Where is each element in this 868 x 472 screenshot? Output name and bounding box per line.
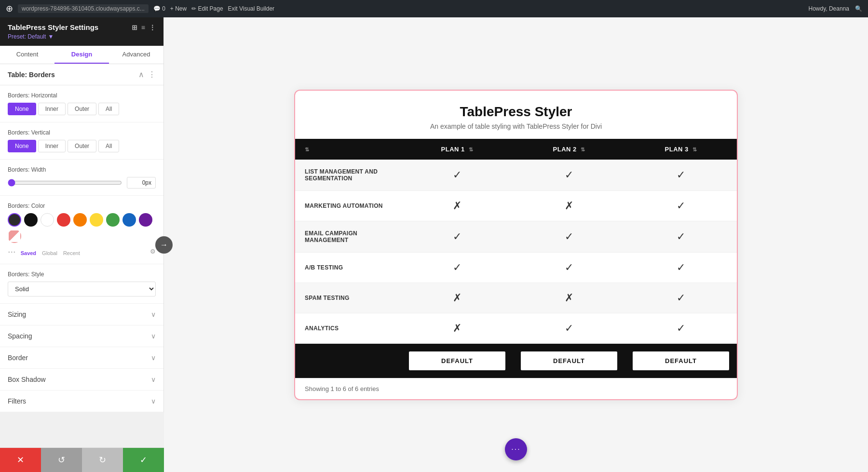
borders-horizontal-options: None Inner Outer All xyxy=(8,103,156,115)
more-options-icon[interactable]: ⋮ xyxy=(149,24,156,31)
border-h-inner[interactable]: Inner xyxy=(38,103,66,115)
chevron-down-icon: ▼ xyxy=(48,33,54,40)
border-section[interactable]: Border ∨ xyxy=(0,347,163,369)
toggle-sidebar-button[interactable]: → xyxy=(155,236,173,254)
floating-dots-button[interactable]: ··· xyxy=(505,438,527,460)
check-icon: ✓ xyxy=(565,230,573,243)
undo-button[interactable]: ↺ xyxy=(41,448,82,472)
border-v-inner[interactable]: Inner xyxy=(38,140,66,152)
tab-advanced[interactable]: Advanced xyxy=(109,46,163,64)
search-icon[interactable]: 🔍 xyxy=(855,5,862,12)
cross-icon: ✗ xyxy=(453,200,461,212)
edit-page-button[interactable]: ✏ Edit Page xyxy=(191,5,223,12)
sort-icon-plan2[interactable]: ⇅ xyxy=(581,147,585,152)
borders-width-value[interactable]: 0px xyxy=(127,177,156,189)
feature-name: A/B TESTING xyxy=(295,252,401,283)
sidebar: TablePress Styler Settings ⊞ ≡ ⋮ Preset:… xyxy=(0,17,164,412)
border-h-outer[interactable]: Outer xyxy=(68,103,96,115)
plan2-cell: ✓ xyxy=(513,221,625,252)
exit-builder-button[interactable]: Exit Visual Builder xyxy=(228,5,275,12)
color-swatch-black[interactable] xyxy=(24,213,38,227)
collapse-icon[interactable]: ∧ xyxy=(138,70,144,79)
comment-icon[interactable]: 💬 0 xyxy=(153,5,165,12)
topbar: ⊕ wordpress-784896-3610405.cloudwaysapps… xyxy=(0,0,868,17)
borders-horizontal-label: Borders: Horizontal xyxy=(8,92,156,99)
check-icon: ✓ xyxy=(677,292,685,304)
plan1-label: PLAN 1 xyxy=(441,146,465,153)
filters-section[interactable]: Filters ∨ xyxy=(0,391,163,412)
color-swatch-dark[interactable] xyxy=(8,213,21,227)
color-swatch-purple[interactable] xyxy=(139,213,152,227)
section-more-icon[interactable]: ⋮ xyxy=(148,70,156,79)
plan3-cell: ✓ xyxy=(625,283,737,313)
save-icon: ✓ xyxy=(140,455,147,465)
sort-icon-feature[interactable]: ⇅ xyxy=(305,147,310,152)
color-tab-recent[interactable]: Recent xyxy=(63,250,80,256)
cancel-button[interactable]: ✕ xyxy=(0,448,41,472)
footer-plan2-cell: DEFAULT xyxy=(513,343,625,378)
check-icon: ✓ xyxy=(453,169,461,181)
plan1-cell: ✗ xyxy=(401,283,513,313)
spacing-label: Spacing xyxy=(8,332,32,340)
box-shadow-label: Box Shadow xyxy=(8,376,46,383)
sort-icon-plan1[interactable]: ⇅ xyxy=(469,147,474,152)
border-v-outer[interactable]: Outer xyxy=(68,140,96,152)
wordpress-icon[interactable]: ⊕ xyxy=(6,3,13,14)
save-button[interactable]: ✓ xyxy=(123,448,164,472)
spacing-section[interactable]: Spacing ∨ xyxy=(0,325,163,347)
dots-more-icon[interactable]: ··· xyxy=(8,246,16,257)
table-title: TablePress Styler xyxy=(305,104,727,120)
sidebar-tabs: Content Design Advanced xyxy=(0,46,163,64)
table-subtitle: An example of table styling with TablePr… xyxy=(305,122,727,130)
color-tab-saved[interactable]: Saved xyxy=(21,250,36,256)
footer-plan3-cell: DEFAULT xyxy=(625,343,737,378)
check-icon: ✓ xyxy=(677,169,685,181)
color-swatch-white[interactable] xyxy=(41,213,54,227)
borders-width-slider-row: 0px xyxy=(8,177,156,189)
color-swatch-blue[interactable] xyxy=(122,213,136,227)
border-v-all[interactable]: All xyxy=(98,140,119,152)
footer-plan1-cell: DEFAULT xyxy=(401,343,513,378)
borders-style-select[interactable]: None Solid Dashed Dotted Double xyxy=(8,282,156,297)
gear-icon[interactable]: ⚙ xyxy=(150,248,156,255)
borders-width-slider[interactable] xyxy=(8,179,122,187)
color-swatch-pink-light[interactable] xyxy=(8,229,21,243)
box-shadow-section[interactable]: Box Shadow ∨ xyxy=(0,369,163,391)
plan3-default-button[interactable]: DEFAULT xyxy=(633,351,729,370)
preset-label: Preset: Default xyxy=(8,33,46,40)
borders-vertical-label: Borders: Vertical xyxy=(8,129,156,136)
table-row: MARKETING AUTOMATION ✗ ✗ ✓ xyxy=(295,190,737,221)
tab-design[interactable]: Design xyxy=(54,46,109,64)
borders-vertical-group: Borders: Vertical None Inner Outer All xyxy=(0,122,163,160)
plan3-cell: ✓ xyxy=(625,160,737,191)
sort-icon-plan3[interactable]: ⇅ xyxy=(692,147,697,152)
new-button[interactable]: + New xyxy=(170,5,187,12)
border-v-none[interactable]: None xyxy=(8,140,36,152)
color-swatch-yellow[interactable] xyxy=(90,213,103,227)
sizing-section[interactable]: Sizing ∨ xyxy=(0,304,163,325)
borders-style-group: Borders: Style None Solid Dashed Dotted … xyxy=(0,264,163,304)
plan2-cell: ✓ xyxy=(513,252,625,283)
table-footer-info: Showing 1 to 6 of 6 entries xyxy=(295,378,737,399)
border-h-none[interactable]: None xyxy=(8,103,36,115)
tab-content[interactable]: Content xyxy=(0,46,54,64)
plan1-cell: ✓ xyxy=(401,221,513,252)
color-swatch-red[interactable] xyxy=(57,213,70,227)
redo-button[interactable]: ↻ xyxy=(82,448,123,472)
check-icon: ✓ xyxy=(677,200,685,212)
table-row: SPAM TESTING ✗ ✗ ✓ xyxy=(295,283,737,313)
check-icon: ✓ xyxy=(565,322,573,334)
layout-icon[interactable]: ≡ xyxy=(141,24,145,31)
color-swatch-green[interactable] xyxy=(106,213,120,227)
sidebar-preset[interactable]: Preset: Default ▼ xyxy=(8,33,156,40)
border-h-all[interactable]: All xyxy=(98,103,119,115)
color-tab-global[interactable]: Global xyxy=(42,250,57,256)
plan1-default-button[interactable]: DEFAULT xyxy=(409,351,505,370)
color-swatch-orange[interactable] xyxy=(73,213,87,227)
check-icon: ✓ xyxy=(677,261,685,273)
copy-icon[interactable]: ⊞ xyxy=(132,24,137,31)
sidebar-bottom-bar: ✕ ↺ ↻ ✓ xyxy=(0,447,164,472)
header-plan1: PLAN 1 ⇅ xyxy=(401,139,513,160)
plan1-cell: ✓ xyxy=(401,252,513,283)
plan2-default-button[interactable]: DEFAULT xyxy=(521,351,617,370)
